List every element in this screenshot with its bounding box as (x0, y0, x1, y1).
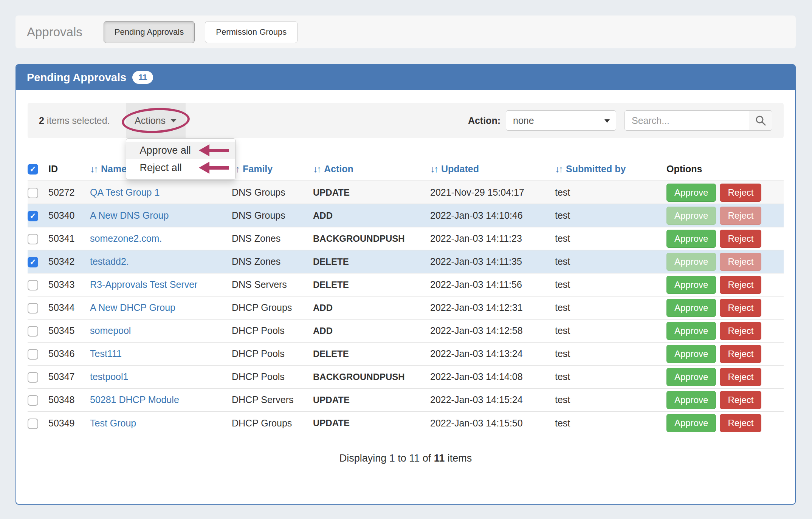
row-checkbox[interactable] (28, 280, 38, 290)
table-row: 50344A New DHCP GroupDHCP GroupsADD2022-… (28, 296, 784, 319)
row-checkbox[interactable] (28, 234, 38, 244)
row-action: ADD (313, 319, 430, 342)
row-name-link[interactable]: A New DHCP Group (90, 302, 175, 313)
reject-button[interactable]: Reject (720, 368, 761, 386)
dropdown-item-reject-all[interactable]: Reject all (126, 159, 235, 176)
row-name-link[interactable]: QA Test Group 1 (90, 187, 160, 198)
reject-button[interactable]: Reject (720, 184, 761, 202)
row-action: BACKGROUNDPUSH (313, 227, 430, 250)
header-cell-select: ✓ (28, 159, 48, 181)
row-family: DHCP Servers (232, 388, 313, 411)
row-updated: 2022-Jan-03 14:12:58 (430, 319, 555, 342)
row-id: 50341 (48, 227, 90, 250)
table-row: 50346Test111DHCP PoolsDELETE2022-Jan-03 … (28, 342, 784, 365)
reject-button[interactable]: Reject (720, 345, 761, 363)
annotation-arrow-left-icon (199, 162, 229, 174)
row-submitted-by: test (555, 319, 666, 342)
row-id: 50349 (48, 411, 90, 434)
row-id: 50347 (48, 365, 90, 388)
table-row: 5034850281 DHCP ModuleDHCP ServersUPDATE… (28, 388, 784, 411)
approve-button[interactable]: Approve (666, 276, 716, 294)
approve-button[interactable]: Approve (666, 345, 716, 363)
sort-icon: ↓↑ (555, 164, 562, 174)
row-name-link[interactable]: Test111 (90, 348, 122, 359)
approve-button[interactable]: Approve (666, 184, 716, 202)
row-id: 50344 (48, 296, 90, 319)
row-id: 50272 (48, 181, 90, 204)
row-checkbox[interactable] (28, 303, 38, 314)
tab-permission-groups[interactable]: Permission Groups (205, 21, 298, 43)
row-checkbox[interactable] (28, 188, 38, 198)
row-checkbox[interactable]: ✓ (28, 257, 38, 267)
row-family: DNS Zones (232, 227, 313, 250)
search-group (624, 110, 772, 131)
row-updated: 2022-Jan-03 14:15:24 (430, 388, 555, 411)
reject-button[interactable]: Reject (720, 230, 761, 248)
row-action: UPDATE (313, 388, 430, 411)
row-checkbox[interactable]: ✓ (28, 211, 38, 221)
row-name-link[interactable]: testadd2. (90, 256, 129, 267)
reject-button: Reject (720, 253, 761, 271)
row-name-link[interactable]: Test Group (90, 418, 136, 428)
approve-button[interactable]: Approve (666, 368, 716, 386)
selected-count: 2 (39, 115, 44, 126)
select-all-checkbox[interactable]: ✓ (28, 164, 38, 175)
reject-button[interactable]: Reject (720, 322, 761, 340)
reject-button[interactable]: Reject (720, 391, 761, 409)
header-cell-updated[interactable]: ↓↑Updated (430, 159, 555, 181)
row-family: DHCP Groups (232, 296, 313, 319)
reject-button[interactable]: Reject (720, 299, 761, 317)
count-badge: 11 (132, 71, 153, 84)
dropdown-item-approve-all[interactable]: Approve all (126, 142, 235, 159)
row-id: 50345 (48, 319, 90, 342)
table-row: 50343R3-Approvals Test ServerDNS Servers… (28, 273, 784, 296)
row-submitted-by: test (555, 250, 666, 273)
row-action: ADD (313, 296, 430, 319)
row-updated: 2022-Jan-03 14:14:08 (430, 365, 555, 388)
search-input[interactable] (624, 110, 749, 131)
row-updated: 2021-Nov-29 15:04:17 (430, 181, 555, 204)
action-filter-label: Action: (468, 115, 501, 126)
header-cell-family[interactable]: ↓↑Family (232, 159, 313, 181)
tab-pending-approvals[interactable]: Pending Approvals (104, 21, 195, 43)
actions-dropdown-button[interactable]: Actions Approve allReject all (126, 103, 186, 138)
pagination-total: 11 (434, 453, 445, 464)
row-name-link[interactable]: 50281 DHCP Module (90, 394, 179, 405)
actions-button-label: Actions (135, 115, 166, 126)
row-name-link[interactable]: R3-Approvals Test Server (90, 279, 197, 290)
reject-button: Reject (720, 207, 761, 225)
row-name-link[interactable]: somepool (90, 325, 131, 336)
row-submitted-by: test (555, 411, 666, 434)
row-updated: 2022-Jan-03 14:11:35 (430, 250, 555, 273)
row-checkbox[interactable] (28, 326, 38, 337)
pagination-summary: Displaying 1 to 11 of 11 items (28, 453, 784, 464)
pagination-suffix: items (445, 453, 472, 464)
row-name-link[interactable]: A New DNS Group (90, 210, 169, 221)
row-family: DHCP Pools (232, 342, 313, 365)
row-action: DELETE (313, 342, 430, 365)
approve-button[interactable]: Approve (666, 391, 716, 409)
annotation-arrow-left-icon (199, 144, 229, 156)
selected-text: items selected. (44, 115, 110, 126)
search-button[interactable] (749, 110, 772, 131)
approve-button[interactable]: Approve (666, 299, 716, 317)
row-action: DELETE (313, 273, 430, 296)
reject-button[interactable]: Reject (720, 276, 761, 294)
table-row: ✓50342testadd2.DNS ZonesDELETE2022-Jan-0… (28, 250, 784, 273)
approve-button[interactable]: Approve (666, 230, 716, 248)
action-select[interactable]: none (506, 110, 616, 131)
row-id: 50346 (48, 342, 90, 365)
actions-dropdown-menu: Approve allReject all (126, 138, 236, 180)
row-name-link[interactable]: somezone2.com. (90, 233, 162, 244)
approve-button[interactable]: Approve (666, 414, 716, 432)
header-cell-action[interactable]: ↓↑Action (313, 159, 430, 181)
row-checkbox[interactable] (28, 395, 38, 406)
approve-button[interactable]: Approve (666, 322, 716, 340)
row-checkbox[interactable] (28, 419, 38, 429)
reject-button[interactable]: Reject (720, 414, 761, 432)
row-checkbox[interactable] (28, 349, 38, 360)
row-checkbox[interactable] (28, 372, 38, 383)
row-name-link[interactable]: testpool1 (90, 371, 128, 382)
header-cell-submitted-by[interactable]: ↓↑Submitted by (555, 159, 666, 181)
action-select-value: none (513, 115, 534, 126)
